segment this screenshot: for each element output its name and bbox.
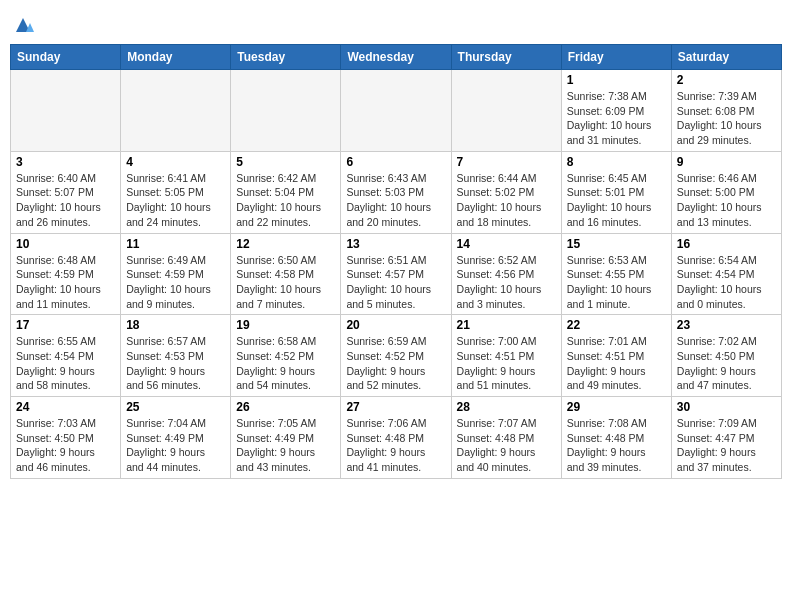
calendar-cell: 17Sunrise: 6:55 AMSunset: 4:54 PMDayligh… (11, 315, 121, 397)
page-header (10, 10, 782, 36)
day-number: 21 (457, 318, 556, 332)
day-info: Sunrise: 7:00 AMSunset: 4:51 PMDaylight:… (457, 334, 556, 393)
calendar-cell: 1Sunrise: 7:38 AMSunset: 6:09 PMDaylight… (561, 70, 671, 152)
calendar-cell: 29Sunrise: 7:08 AMSunset: 4:48 PMDayligh… (561, 397, 671, 479)
calendar-cell: 21Sunrise: 7:00 AMSunset: 4:51 PMDayligh… (451, 315, 561, 397)
day-info: Sunrise: 6:58 AMSunset: 4:52 PMDaylight:… (236, 334, 335, 393)
day-info: Sunrise: 7:01 AMSunset: 4:51 PMDaylight:… (567, 334, 666, 393)
day-number: 9 (677, 155, 776, 169)
calendar-cell (451, 70, 561, 152)
day-info: Sunrise: 6:44 AMSunset: 5:02 PMDaylight:… (457, 171, 556, 230)
calendar-cell: 13Sunrise: 6:51 AMSunset: 4:57 PMDayligh… (341, 233, 451, 315)
day-number: 23 (677, 318, 776, 332)
calendar-body: 1Sunrise: 7:38 AMSunset: 6:09 PMDaylight… (11, 70, 782, 479)
calendar-cell: 6Sunrise: 6:43 AMSunset: 5:03 PMDaylight… (341, 151, 451, 233)
calendar-cell: 30Sunrise: 7:09 AMSunset: 4:47 PMDayligh… (671, 397, 781, 479)
calendar-cell: 20Sunrise: 6:59 AMSunset: 4:52 PMDayligh… (341, 315, 451, 397)
calendar-week-row: 1Sunrise: 7:38 AMSunset: 6:09 PMDaylight… (11, 70, 782, 152)
calendar-week-row: 17Sunrise: 6:55 AMSunset: 4:54 PMDayligh… (11, 315, 782, 397)
day-number: 25 (126, 400, 225, 414)
day-info: Sunrise: 6:53 AMSunset: 4:55 PMDaylight:… (567, 253, 666, 312)
calendar-header-row: SundayMondayTuesdayWednesdayThursdayFrid… (11, 45, 782, 70)
day-info: Sunrise: 7:39 AMSunset: 6:08 PMDaylight:… (677, 89, 776, 148)
calendar-header-cell: Friday (561, 45, 671, 70)
calendar-cell: 14Sunrise: 6:52 AMSunset: 4:56 PMDayligh… (451, 233, 561, 315)
calendar-header-cell: Wednesday (341, 45, 451, 70)
day-number: 18 (126, 318, 225, 332)
calendar-cell: 4Sunrise: 6:41 AMSunset: 5:05 PMDaylight… (121, 151, 231, 233)
calendar-cell: 10Sunrise: 6:48 AMSunset: 4:59 PMDayligh… (11, 233, 121, 315)
day-number: 26 (236, 400, 335, 414)
calendar-cell (341, 70, 451, 152)
day-number: 22 (567, 318, 666, 332)
calendar-cell: 2Sunrise: 7:39 AMSunset: 6:08 PMDaylight… (671, 70, 781, 152)
day-info: Sunrise: 6:41 AMSunset: 5:05 PMDaylight:… (126, 171, 225, 230)
day-number: 12 (236, 237, 335, 251)
calendar-cell: 18Sunrise: 6:57 AMSunset: 4:53 PMDayligh… (121, 315, 231, 397)
calendar-cell: 9Sunrise: 6:46 AMSunset: 5:00 PMDaylight… (671, 151, 781, 233)
calendar-cell: 25Sunrise: 7:04 AMSunset: 4:49 PMDayligh… (121, 397, 231, 479)
calendar-cell: 24Sunrise: 7:03 AMSunset: 4:50 PMDayligh… (11, 397, 121, 479)
day-number: 13 (346, 237, 445, 251)
day-number: 24 (16, 400, 115, 414)
day-number: 14 (457, 237, 556, 251)
day-info: Sunrise: 6:52 AMSunset: 4:56 PMDaylight:… (457, 253, 556, 312)
day-info: Sunrise: 6:43 AMSunset: 5:03 PMDaylight:… (346, 171, 445, 230)
day-info: Sunrise: 6:59 AMSunset: 4:52 PMDaylight:… (346, 334, 445, 393)
day-number: 29 (567, 400, 666, 414)
day-info: Sunrise: 6:42 AMSunset: 5:04 PMDaylight:… (236, 171, 335, 230)
calendar-cell (121, 70, 231, 152)
calendar-header-cell: Thursday (451, 45, 561, 70)
calendar-week-row: 3Sunrise: 6:40 AMSunset: 5:07 PMDaylight… (11, 151, 782, 233)
day-number: 7 (457, 155, 556, 169)
calendar-cell (11, 70, 121, 152)
day-info: Sunrise: 7:03 AMSunset: 4:50 PMDaylight:… (16, 416, 115, 475)
calendar-cell: 12Sunrise: 6:50 AMSunset: 4:58 PMDayligh… (231, 233, 341, 315)
calendar-cell: 16Sunrise: 6:54 AMSunset: 4:54 PMDayligh… (671, 233, 781, 315)
calendar-cell: 22Sunrise: 7:01 AMSunset: 4:51 PMDayligh… (561, 315, 671, 397)
calendar-cell: 8Sunrise: 6:45 AMSunset: 5:01 PMDaylight… (561, 151, 671, 233)
day-number: 3 (16, 155, 115, 169)
day-info: Sunrise: 6:57 AMSunset: 4:53 PMDaylight:… (126, 334, 225, 393)
day-number: 15 (567, 237, 666, 251)
day-info: Sunrise: 6:46 AMSunset: 5:00 PMDaylight:… (677, 171, 776, 230)
calendar-cell (231, 70, 341, 152)
logo-icon (12, 14, 34, 36)
day-info: Sunrise: 6:50 AMSunset: 4:58 PMDaylight:… (236, 253, 335, 312)
calendar-week-row: 10Sunrise: 6:48 AMSunset: 4:59 PMDayligh… (11, 233, 782, 315)
calendar-cell: 5Sunrise: 6:42 AMSunset: 5:04 PMDaylight… (231, 151, 341, 233)
day-info: Sunrise: 6:48 AMSunset: 4:59 PMDaylight:… (16, 253, 115, 312)
logo (10, 10, 34, 36)
day-info: Sunrise: 6:45 AMSunset: 5:01 PMDaylight:… (567, 171, 666, 230)
calendar-cell: 26Sunrise: 7:05 AMSunset: 4:49 PMDayligh… (231, 397, 341, 479)
day-info: Sunrise: 6:55 AMSunset: 4:54 PMDaylight:… (16, 334, 115, 393)
calendar-header-cell: Sunday (11, 45, 121, 70)
calendar-cell: 27Sunrise: 7:06 AMSunset: 4:48 PMDayligh… (341, 397, 451, 479)
day-info: Sunrise: 7:38 AMSunset: 6:09 PMDaylight:… (567, 89, 666, 148)
day-number: 6 (346, 155, 445, 169)
day-info: Sunrise: 7:07 AMSunset: 4:48 PMDaylight:… (457, 416, 556, 475)
day-number: 16 (677, 237, 776, 251)
day-info: Sunrise: 6:51 AMSunset: 4:57 PMDaylight:… (346, 253, 445, 312)
day-number: 8 (567, 155, 666, 169)
day-number: 17 (16, 318, 115, 332)
calendar-cell: 15Sunrise: 6:53 AMSunset: 4:55 PMDayligh… (561, 233, 671, 315)
day-info: Sunrise: 6:49 AMSunset: 4:59 PMDaylight:… (126, 253, 225, 312)
day-number: 10 (16, 237, 115, 251)
day-info: Sunrise: 7:02 AMSunset: 4:50 PMDaylight:… (677, 334, 776, 393)
calendar-cell: 11Sunrise: 6:49 AMSunset: 4:59 PMDayligh… (121, 233, 231, 315)
day-info: Sunrise: 7:06 AMSunset: 4:48 PMDaylight:… (346, 416, 445, 475)
day-info: Sunrise: 6:40 AMSunset: 5:07 PMDaylight:… (16, 171, 115, 230)
calendar-cell: 3Sunrise: 6:40 AMSunset: 5:07 PMDaylight… (11, 151, 121, 233)
day-number: 5 (236, 155, 335, 169)
calendar-header-cell: Saturday (671, 45, 781, 70)
day-info: Sunrise: 7:05 AMSunset: 4:49 PMDaylight:… (236, 416, 335, 475)
day-info: Sunrise: 7:09 AMSunset: 4:47 PMDaylight:… (677, 416, 776, 475)
day-number: 11 (126, 237, 225, 251)
calendar-cell: 23Sunrise: 7:02 AMSunset: 4:50 PMDayligh… (671, 315, 781, 397)
calendar-week-row: 24Sunrise: 7:03 AMSunset: 4:50 PMDayligh… (11, 397, 782, 479)
day-number: 4 (126, 155, 225, 169)
calendar-table: SundayMondayTuesdayWednesdayThursdayFrid… (10, 44, 782, 479)
calendar-cell: 7Sunrise: 6:44 AMSunset: 5:02 PMDaylight… (451, 151, 561, 233)
calendar-header-cell: Monday (121, 45, 231, 70)
